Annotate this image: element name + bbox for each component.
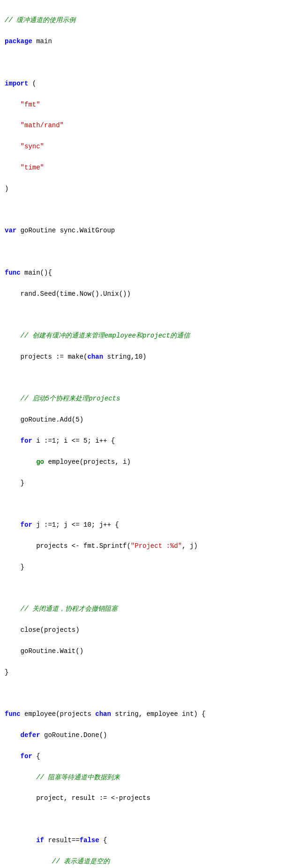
str-fmt: "fmt" <box>21 101 40 108</box>
str-mathrand: "math/rand" <box>21 122 64 129</box>
comment-2: // 创建有缓冲的通道来管理employee和project的通信 <box>21 332 190 339</box>
line-26: func employee(projects chan string, empl… <box>5 709 295 719</box>
line-11: rand.Seed(time.Now().Unix()) <box>5 289 295 299</box>
line-18: } <box>5 478 295 488</box>
kw-go: go <box>36 458 44 466</box>
line-25: } <box>5 667 295 677</box>
line-29: // 阻塞等待通道中数据到来 <box>5 772 295 783</box>
line-21: } <box>5 562 295 572</box>
line-24: goRoutine.Wait() <box>5 646 295 656</box>
kw-func-employee: func <box>5 710 21 718</box>
line-22: // 关闭通道，协程才会撤销阻塞 <box>5 604 295 614</box>
line-6: "sync" <box>5 141 295 152</box>
line-4: "fmt" <box>5 100 295 110</box>
line-13: projects := make(chan string,10) <box>5 352 295 362</box>
line-31: if result==false { <box>5 835 295 845</box>
line-23: close(projects) <box>5 625 295 635</box>
kw-package: package <box>5 38 32 45</box>
line-17: go employee(projects, i) <box>5 457 295 467</box>
line-blank-8 <box>5 688 295 698</box>
line-blank-9 <box>5 814 295 824</box>
line-blank-3 <box>5 246 295 257</box>
line-15: goRoutine.Add(5) <box>5 415 295 425</box>
line-19: for j :=1; j <= 10; j++ { <box>5 520 295 530</box>
line-blank-5 <box>5 373 295 383</box>
line-blank-4 <box>5 309 295 320</box>
comment-3: // 启动5个协程来处理projects <box>21 395 120 402</box>
kw-if: if <box>36 837 44 844</box>
kw-func-main: func <box>5 269 21 277</box>
comment-1: // 缓冲通道的使用示例 <box>5 16 75 24</box>
kw-chan-2: chan <box>95 710 111 718</box>
line-8: ) <box>5 184 295 194</box>
kw-for-1: for <box>21 437 32 445</box>
line-10: func main(){ <box>5 268 295 278</box>
line-5: "math/rand" <box>5 120 295 131</box>
kw-defer: defer <box>21 731 40 739</box>
line-32: // 表示通道是空的 <box>5 856 295 867</box>
line-blank-1 <box>5 57 295 68</box>
line-20: projects <- fmt.Sprintf("Project :%d", j… <box>5 541 295 551</box>
line-12: // 创建有缓冲的通道来管理employee和project的通信 <box>5 330 295 341</box>
line-14: // 启动5个协程来处理projects <box>5 393 295 404</box>
line-2: package main <box>5 36 295 46</box>
line-1: // 缓冲通道的使用示例 <box>5 15 295 25</box>
str-project-fmt: "Project :%d" <box>131 542 182 550</box>
kw-chan: chan <box>87 353 103 361</box>
kw-false: false <box>80 837 99 844</box>
line-16: for i :=1; i <= 5; i++ { <box>5 436 295 446</box>
line-9: var goRoutine sync.WaitGroup <box>5 225 295 236</box>
str-sync: "sync" <box>21 143 44 150</box>
comment-6: // 表示通道是空的 <box>52 858 110 865</box>
code-container: // 缓冲通道的使用示例 package main import ( "fmt"… <box>5 5 295 868</box>
kw-for-2: for <box>21 521 32 529</box>
line-30: project, result := <-projects <box>5 793 295 803</box>
line-blank-2 <box>5 204 295 215</box>
comment-4: // 关闭通道，协程才会撤销阻塞 <box>21 605 118 613</box>
line-28: for { <box>5 751 295 761</box>
line-3: import ( <box>5 78 295 89</box>
kw-var: var <box>5 227 16 234</box>
line-7: "time" <box>5 162 295 173</box>
line-blank-6 <box>5 499 295 509</box>
kw-for-3: for <box>21 753 32 760</box>
line-blank-7 <box>5 583 295 593</box>
comment-5: // 阻塞等待通道中数据到来 <box>36 774 120 781</box>
kw-import: import <box>5 80 28 87</box>
line-27: defer goRoutine.Done() <box>5 730 295 740</box>
str-time: "time" <box>21 164 44 171</box>
